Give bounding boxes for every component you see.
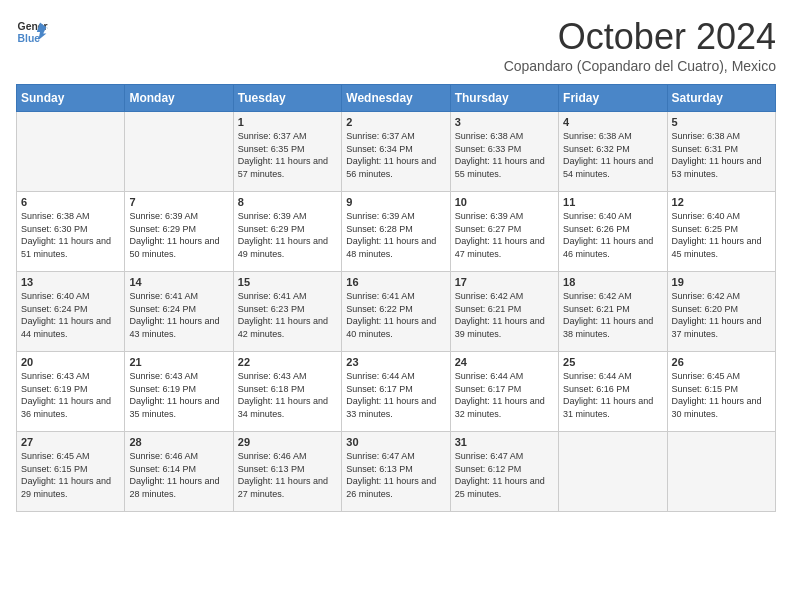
day-number: 22 bbox=[238, 356, 337, 368]
calendar-cell: 4Sunrise: 6:38 AMSunset: 6:32 PMDaylight… bbox=[559, 112, 667, 192]
day-info: Sunrise: 6:46 AMSunset: 6:13 PMDaylight:… bbox=[238, 450, 337, 500]
day-number: 14 bbox=[129, 276, 228, 288]
day-info: Sunrise: 6:46 AMSunset: 6:14 PMDaylight:… bbox=[129, 450, 228, 500]
day-info: Sunrise: 6:40 AMSunset: 6:24 PMDaylight:… bbox=[21, 290, 120, 340]
calendar-cell: 22Sunrise: 6:43 AMSunset: 6:18 PMDayligh… bbox=[233, 352, 341, 432]
day-number: 18 bbox=[563, 276, 662, 288]
calendar-cell bbox=[125, 112, 233, 192]
calendar-cell: 9Sunrise: 6:39 AMSunset: 6:28 PMDaylight… bbox=[342, 192, 450, 272]
calendar-cell: 23Sunrise: 6:44 AMSunset: 6:17 PMDayligh… bbox=[342, 352, 450, 432]
day-info: Sunrise: 6:38 AMSunset: 6:32 PMDaylight:… bbox=[563, 130, 662, 180]
day-info: Sunrise: 6:39 AMSunset: 6:28 PMDaylight:… bbox=[346, 210, 445, 260]
day-number: 29 bbox=[238, 436, 337, 448]
day-info: Sunrise: 6:39 AMSunset: 6:29 PMDaylight:… bbox=[129, 210, 228, 260]
day-number: 15 bbox=[238, 276, 337, 288]
day-number: 3 bbox=[455, 116, 554, 128]
day-info: Sunrise: 6:44 AMSunset: 6:17 PMDaylight:… bbox=[455, 370, 554, 420]
calendar-week-5: 27Sunrise: 6:45 AMSunset: 6:15 PMDayligh… bbox=[17, 432, 776, 512]
calendar-cell: 2Sunrise: 6:37 AMSunset: 6:34 PMDaylight… bbox=[342, 112, 450, 192]
day-number: 30 bbox=[346, 436, 445, 448]
day-info: Sunrise: 6:47 AMSunset: 6:12 PMDaylight:… bbox=[455, 450, 554, 500]
day-number: 4 bbox=[563, 116, 662, 128]
day-info: Sunrise: 6:43 AMSunset: 6:19 PMDaylight:… bbox=[129, 370, 228, 420]
calendar-cell bbox=[17, 112, 125, 192]
calendar-cell: 16Sunrise: 6:41 AMSunset: 6:22 PMDayligh… bbox=[342, 272, 450, 352]
day-info: Sunrise: 6:42 AMSunset: 6:20 PMDaylight:… bbox=[672, 290, 771, 340]
svg-text:Blue: Blue bbox=[18, 33, 41, 44]
day-header-wednesday: Wednesday bbox=[342, 85, 450, 112]
day-info: Sunrise: 6:45 AMSunset: 6:15 PMDaylight:… bbox=[672, 370, 771, 420]
day-number: 24 bbox=[455, 356, 554, 368]
day-info: Sunrise: 6:39 AMSunset: 6:29 PMDaylight:… bbox=[238, 210, 337, 260]
day-info: Sunrise: 6:42 AMSunset: 6:21 PMDaylight:… bbox=[563, 290, 662, 340]
day-info: Sunrise: 6:40 AMSunset: 6:26 PMDaylight:… bbox=[563, 210, 662, 260]
day-info: Sunrise: 6:41 AMSunset: 6:23 PMDaylight:… bbox=[238, 290, 337, 340]
calendar-cell bbox=[559, 432, 667, 512]
day-info: Sunrise: 6:42 AMSunset: 6:21 PMDaylight:… bbox=[455, 290, 554, 340]
month-title: October 2024 bbox=[504, 16, 776, 58]
day-info: Sunrise: 6:38 AMSunset: 6:33 PMDaylight:… bbox=[455, 130, 554, 180]
day-header-thursday: Thursday bbox=[450, 85, 558, 112]
day-number: 16 bbox=[346, 276, 445, 288]
day-header-tuesday: Tuesday bbox=[233, 85, 341, 112]
calendar-header: SundayMondayTuesdayWednesdayThursdayFrid… bbox=[17, 85, 776, 112]
calendar-cell: 6Sunrise: 6:38 AMSunset: 6:30 PMDaylight… bbox=[17, 192, 125, 272]
day-number: 11 bbox=[563, 196, 662, 208]
day-number: 9 bbox=[346, 196, 445, 208]
day-info: Sunrise: 6:37 AMSunset: 6:34 PMDaylight:… bbox=[346, 130, 445, 180]
day-number: 25 bbox=[563, 356, 662, 368]
calendar-cell: 25Sunrise: 6:44 AMSunset: 6:16 PMDayligh… bbox=[559, 352, 667, 432]
day-info: Sunrise: 6:45 AMSunset: 6:15 PMDaylight:… bbox=[21, 450, 120, 500]
calendar-cell: 3Sunrise: 6:38 AMSunset: 6:33 PMDaylight… bbox=[450, 112, 558, 192]
logo: General Blue bbox=[16, 16, 48, 48]
day-info: Sunrise: 6:38 AMSunset: 6:31 PMDaylight:… bbox=[672, 130, 771, 180]
calendar-cell: 18Sunrise: 6:42 AMSunset: 6:21 PMDayligh… bbox=[559, 272, 667, 352]
day-number: 1 bbox=[238, 116, 337, 128]
calendar-cell: 7Sunrise: 6:39 AMSunset: 6:29 PMDaylight… bbox=[125, 192, 233, 272]
calendar-cell: 28Sunrise: 6:46 AMSunset: 6:14 PMDayligh… bbox=[125, 432, 233, 512]
calendar-table: SundayMondayTuesdayWednesdayThursdayFrid… bbox=[16, 84, 776, 512]
day-number: 6 bbox=[21, 196, 120, 208]
day-number: 2 bbox=[346, 116, 445, 128]
day-number: 28 bbox=[129, 436, 228, 448]
calendar-cell: 5Sunrise: 6:38 AMSunset: 6:31 PMDaylight… bbox=[667, 112, 775, 192]
calendar-cell: 13Sunrise: 6:40 AMSunset: 6:24 PMDayligh… bbox=[17, 272, 125, 352]
day-number: 7 bbox=[129, 196, 228, 208]
calendar-cell: 10Sunrise: 6:39 AMSunset: 6:27 PMDayligh… bbox=[450, 192, 558, 272]
logo-icon: General Blue bbox=[16, 16, 48, 48]
day-number: 10 bbox=[455, 196, 554, 208]
day-header-friday: Friday bbox=[559, 85, 667, 112]
day-number: 23 bbox=[346, 356, 445, 368]
calendar-cell: 19Sunrise: 6:42 AMSunset: 6:20 PMDayligh… bbox=[667, 272, 775, 352]
day-info: Sunrise: 6:41 AMSunset: 6:22 PMDaylight:… bbox=[346, 290, 445, 340]
day-number: 12 bbox=[672, 196, 771, 208]
calendar-cell: 21Sunrise: 6:43 AMSunset: 6:19 PMDayligh… bbox=[125, 352, 233, 432]
calendar-week-3: 13Sunrise: 6:40 AMSunset: 6:24 PMDayligh… bbox=[17, 272, 776, 352]
day-info: Sunrise: 6:39 AMSunset: 6:27 PMDaylight:… bbox=[455, 210, 554, 260]
calendar-cell: 12Sunrise: 6:40 AMSunset: 6:25 PMDayligh… bbox=[667, 192, 775, 272]
day-header-saturday: Saturday bbox=[667, 85, 775, 112]
calendar-cell: 27Sunrise: 6:45 AMSunset: 6:15 PMDayligh… bbox=[17, 432, 125, 512]
day-info: Sunrise: 6:43 AMSunset: 6:19 PMDaylight:… bbox=[21, 370, 120, 420]
day-info: Sunrise: 6:44 AMSunset: 6:17 PMDaylight:… bbox=[346, 370, 445, 420]
calendar-cell: 11Sunrise: 6:40 AMSunset: 6:26 PMDayligh… bbox=[559, 192, 667, 272]
calendar-cell: 29Sunrise: 6:46 AMSunset: 6:13 PMDayligh… bbox=[233, 432, 341, 512]
day-header-monday: Monday bbox=[125, 85, 233, 112]
day-info: Sunrise: 6:40 AMSunset: 6:25 PMDaylight:… bbox=[672, 210, 771, 260]
calendar-cell: 14Sunrise: 6:41 AMSunset: 6:24 PMDayligh… bbox=[125, 272, 233, 352]
day-info: Sunrise: 6:38 AMSunset: 6:30 PMDaylight:… bbox=[21, 210, 120, 260]
calendar-cell: 1Sunrise: 6:37 AMSunset: 6:35 PMDaylight… bbox=[233, 112, 341, 192]
day-info: Sunrise: 6:37 AMSunset: 6:35 PMDaylight:… bbox=[238, 130, 337, 180]
calendar-cell: 20Sunrise: 6:43 AMSunset: 6:19 PMDayligh… bbox=[17, 352, 125, 432]
calendar-cell: 30Sunrise: 6:47 AMSunset: 6:13 PMDayligh… bbox=[342, 432, 450, 512]
day-number: 13 bbox=[21, 276, 120, 288]
calendar-cell: 24Sunrise: 6:44 AMSunset: 6:17 PMDayligh… bbox=[450, 352, 558, 432]
day-number: 5 bbox=[672, 116, 771, 128]
calendar-week-2: 6Sunrise: 6:38 AMSunset: 6:30 PMDaylight… bbox=[17, 192, 776, 272]
day-number: 31 bbox=[455, 436, 554, 448]
day-info: Sunrise: 6:44 AMSunset: 6:16 PMDaylight:… bbox=[563, 370, 662, 420]
day-number: 21 bbox=[129, 356, 228, 368]
day-info: Sunrise: 6:41 AMSunset: 6:24 PMDaylight:… bbox=[129, 290, 228, 340]
day-info: Sunrise: 6:43 AMSunset: 6:18 PMDaylight:… bbox=[238, 370, 337, 420]
day-info: Sunrise: 6:47 AMSunset: 6:13 PMDaylight:… bbox=[346, 450, 445, 500]
